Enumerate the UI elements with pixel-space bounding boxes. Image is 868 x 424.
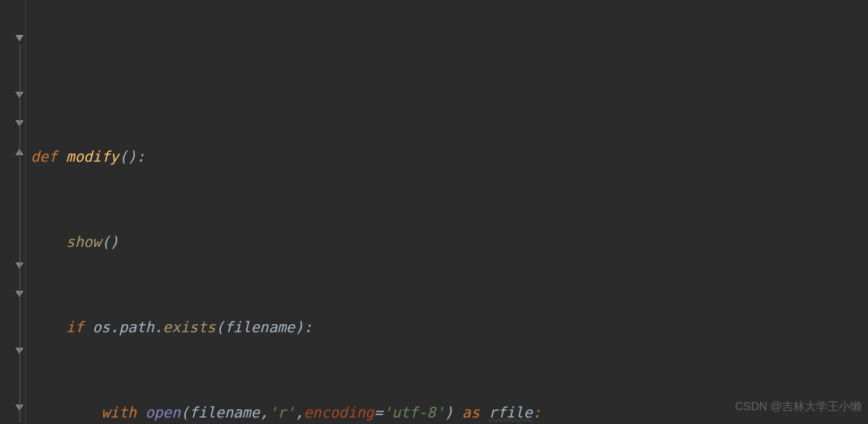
code-line: with open(filename,'r',encoding='utf-8')… <box>31 398 542 424</box>
code-area[interactable]: def modify(): show() if os.path.exists(f… <box>26 0 542 424</box>
fold-icon[interactable] <box>15 34 24 44</box>
watermark: CSDN @吉林大学王小懒 <box>735 392 862 421</box>
gutter <box>0 0 26 424</box>
code-line: show() <box>31 227 542 256</box>
code-line: def modify(): <box>31 142 542 171</box>
code-line: if os.path.exists(filename): <box>31 313 542 341</box>
code-editor[interactable]: def modify(): show() if os.path.exists(f… <box>0 0 868 424</box>
code-line <box>31 57 542 85</box>
